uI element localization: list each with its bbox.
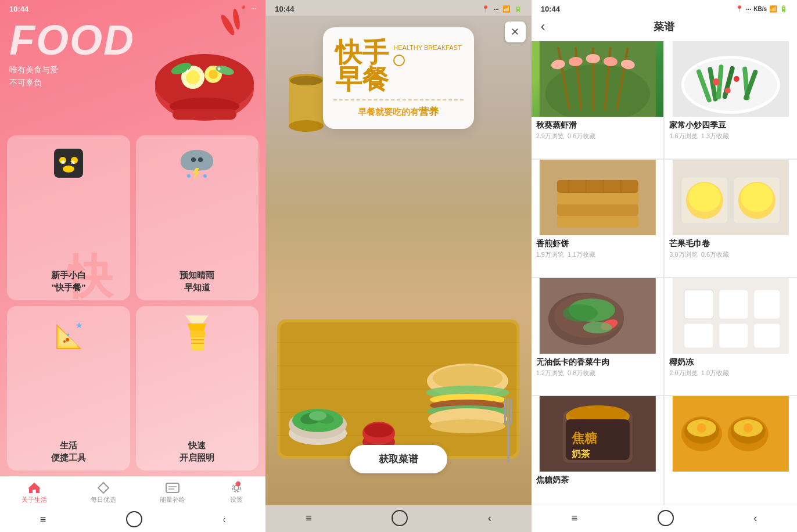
recipe-item-mango-roll[interactable]: 芒果毛巾卷 3.0万浏览 0.6万收藏 xyxy=(665,160,797,277)
recipe-item-last[interactable] xyxy=(665,396,797,505)
svg-rect-105 xyxy=(557,203,638,216)
fork xyxy=(500,393,517,465)
panel-recipes: 10:44 📍··· KB/s 📶🔋 ‹ 菜谱 xyxy=(532,0,797,532)
svg-rect-130 xyxy=(684,323,713,348)
card-main-title: 快手 早餐 xyxy=(335,39,389,92)
svg-rect-73 xyxy=(504,398,506,425)
recipe-item-green-beans[interactable]: 家常小炒四季豆 1.6万浏览 1.3万收藏 xyxy=(665,41,797,159)
svg-point-45 xyxy=(234,486,239,490)
nav-daily-label: 每日优选 xyxy=(91,495,116,504)
recipe-item-beef-veggie[interactable]: 无油低卡的香菜牛肉 1.2万浏览 0.8万收藏 xyxy=(532,278,664,396)
nav-about-label: 关于生活 xyxy=(21,495,47,504)
food-bowl-svg: ✦ ✦ xyxy=(141,8,265,130)
svg-point-101 xyxy=(734,76,739,82)
home-btn-2[interactable] xyxy=(392,510,408,526)
card-highlight: 营养 xyxy=(419,106,439,117)
svg-rect-128 xyxy=(719,290,748,319)
recipe-info-green-beans: 家常小炒四季豆 1.6万浏览 1.3万收藏 xyxy=(665,117,797,146)
svg-point-65 xyxy=(430,419,505,433)
recipe-img-shrimp-cake xyxy=(532,160,664,235)
svg-point-24 xyxy=(198,157,203,162)
recipe-item-shrimp-steam[interactable]: 秋葵蒸虾滑 2.9万浏览 0.6万收藏 xyxy=(532,41,664,159)
grid-item-flashlight[interactable]: 快速 开启照明 xyxy=(136,306,259,471)
svg-point-149 xyxy=(744,423,753,433)
grid-icon-flashlight xyxy=(174,311,220,360)
nav-energy-label: 能量补给 xyxy=(160,495,185,504)
recipe-item-shrimp-cake[interactable]: 香煎虾饼 1.9万浏览 1.1万收藏 xyxy=(532,160,664,277)
divider-dashed xyxy=(333,99,464,100)
recipe-stats-shrimp-cake: 1.9万浏览 1.1万收藏 xyxy=(536,250,659,259)
panel-home: 10:44 📍··· FOOD 唯有美食与爱 不可辜负 xyxy=(0,0,265,532)
close-button[interactable]: ✕ xyxy=(505,21,526,42)
svg-rect-47 xyxy=(289,80,324,126)
grid-item-weather[interactable]: 预知晴雨 早知道 xyxy=(136,135,259,300)
svg-rect-104 xyxy=(557,215,638,228)
grid-icon-beginner: ★ ★ xyxy=(45,140,92,189)
home-btn-3[interactable] xyxy=(658,510,674,526)
recipe-item-coconut-jelly[interactable]: 椰奶冻 2.0万浏览 1.0万收藏 xyxy=(665,278,797,396)
recipe-img-green-beans xyxy=(665,41,797,117)
svg-text:★: ★ xyxy=(76,321,83,330)
svg-rect-14 xyxy=(54,149,83,178)
grid-label-tools: 生活 便捷工具 xyxy=(51,439,86,463)
recipe-item-caramel-tea[interactable]: 焦糖 奶茶 焦糖奶茶 xyxy=(532,396,664,505)
recipe-info-coconut-jelly: 椰奶冻 2.0万浏览 1.0万收藏 xyxy=(665,354,797,383)
back-button[interactable]: ‹ xyxy=(541,19,545,34)
recipe-name-shrimp-steam: 秋葵蒸虾滑 xyxy=(536,120,659,131)
nav-settings[interactable]: 设置 xyxy=(229,481,244,504)
grid-item-tools[interactable]: ★ ✦ 生活 便捷工具 xyxy=(7,306,130,471)
recipe-name-shrimp-cake: 香煎虾饼 xyxy=(536,239,659,249)
svg-point-23 xyxy=(191,157,196,162)
recipe-name-caramel-tea: 焦糖奶茶 xyxy=(536,475,659,486)
back-btn-1[interactable]: ‹ xyxy=(222,513,225,526)
home-btn-1[interactable] xyxy=(126,511,142,527)
svg-rect-13 xyxy=(173,109,236,120)
grid-item-beginner[interactable]: 快 ★ ★ 新手小白 "快手餐" xyxy=(7,135,130,300)
recipe-grid: 秋葵蒸虾滑 2.9万浏览 0.6万收藏 xyxy=(532,41,797,505)
status-bar-2: 10:44 📍··· 📶🔋 xyxy=(265,0,531,16)
menu-btn-3[interactable]: ≡ xyxy=(571,512,577,524)
svg-point-123 xyxy=(562,304,597,322)
recipe-img-caramel-tea: 焦糖 奶茶 xyxy=(532,396,664,472)
recipe-info-shrimp-steam: 秋葵蒸虾滑 2.9万浏览 0.6万收藏 xyxy=(532,117,664,146)
recipe-name-mango-roll: 芒果毛巾卷 xyxy=(669,239,792,249)
feature-grid: 快 ★ ★ 新手小白 "快手餐" xyxy=(7,135,259,476)
nav-daily[interactable]: 每日优选 xyxy=(91,481,116,504)
recipe-info-mango-roll: 芒果毛巾卷 3.0万浏览 0.6万收藏 xyxy=(665,235,797,265)
recipe-stats-shrimp-steam: 2.9万浏览 0.6万收藏 xyxy=(536,132,659,141)
svg-marker-37 xyxy=(185,315,209,323)
svg-point-17 xyxy=(63,166,74,172)
svg-rect-131 xyxy=(719,323,748,348)
time-3: 10:44 xyxy=(541,5,560,13)
svg-marker-36 xyxy=(188,323,206,330)
svg-point-137 xyxy=(568,405,626,422)
breakfast-card: 快手 早餐 HEALTHY BREAKFAST 早餐就要吃的有营养 xyxy=(323,27,474,129)
breakfast-content: ✕ 快手 早餐 HEALTHY BREAKFAST xyxy=(265,16,531,505)
status-icons-3: 📍··· KB/s 📶🔋 xyxy=(735,5,788,13)
page-title: 菜谱 xyxy=(654,20,674,34)
recipe-stats-mango-roll: 3.0万浏览 0.6万收藏 xyxy=(669,250,792,259)
nav-dot xyxy=(236,481,240,486)
back-btn-3[interactable]: ‹ xyxy=(753,512,757,524)
nav-about[interactable]: 关于生活 xyxy=(21,481,47,504)
grid-icon-weather xyxy=(174,140,220,189)
svg-point-102 xyxy=(725,88,731,94)
svg-point-27 xyxy=(203,174,207,178)
menu-btn-2[interactable]: ≡ xyxy=(306,512,312,524)
grid-label-flashlight: 快速 开启照明 xyxy=(179,439,214,463)
svg-point-93 xyxy=(684,59,777,111)
svg-point-78 xyxy=(364,423,393,437)
card-subtitle-col: HEALTHY BREAKFAST xyxy=(393,39,462,66)
svg-point-49 xyxy=(289,120,324,132)
nav-energy[interactable]: 能量补给 xyxy=(160,481,185,504)
svg-text:焦糖: 焦糖 xyxy=(570,431,597,445)
recipe-img-shrimp-steam xyxy=(532,41,664,117)
card-title-row: 快手 早餐 HEALTHY BREAKFAST xyxy=(333,39,464,92)
bottom-nav-1: 关于生活 每日优选 能量补给 xyxy=(0,476,265,508)
get-recipe-button[interactable]: 获取菜谱 xyxy=(350,445,447,473)
svg-point-71 xyxy=(309,411,326,420)
menu-btn-1[interactable]: ≡ xyxy=(40,513,46,526)
recipe-name-coconut-jelly: 椰奶冻 xyxy=(669,357,792,368)
svg-rect-127 xyxy=(684,290,713,319)
back-btn-2[interactable]: ‹ xyxy=(488,512,491,524)
